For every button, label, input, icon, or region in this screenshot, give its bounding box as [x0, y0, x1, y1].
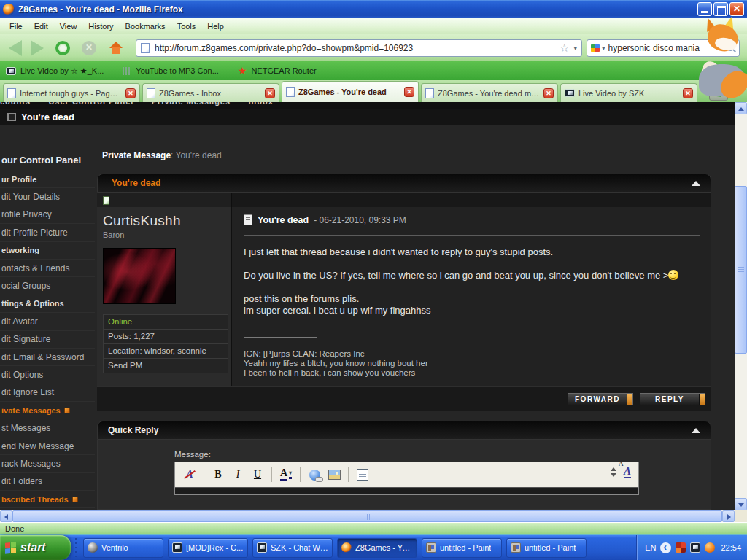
- restore-button[interactable]: [713, 2, 728, 16]
- forward-message-button[interactable]: FORWARD: [568, 393, 633, 405]
- tab-close-icon[interactable]: [265, 88, 275, 98]
- scroll-right-button[interactable]: [722, 510, 735, 522]
- tray-firefox-icon[interactable]: [705, 542, 715, 553]
- sidebar-item-track-messages[interactable]: rack Messages: [0, 455, 95, 472]
- sidebar-item-list-messages[interactable]: st Messages: [0, 419, 95, 437]
- bookmark-netgear[interactable]: ★ NETGEAR Router: [238, 66, 317, 76]
- sidebar-section-subscribed-threads: bscribed Threads: [0, 491, 95, 508]
- download-arrow-icon[interactable]: [709, 85, 728, 101]
- menu-edit[interactable]: Edit: [29, 20, 53, 32]
- search-magnifier-icon[interactable]: [727, 44, 734, 51]
- back-button[interactable]: [9, 40, 22, 56]
- underline-button[interactable]: U: [249, 466, 266, 483]
- sidebar-item-edit-profile-picture[interactable]: dit Profile Picture: [0, 224, 95, 241]
- quick-reply-body: Message: A B I U A▾: [97, 440, 711, 510]
- toolbar-separator: [271, 467, 272, 482]
- horizontal-scrollbar[interactable]: [0, 510, 735, 522]
- sidebar-item-edit-email-password[interactable]: dit Email & Password: [0, 349, 95, 366]
- author-username[interactable]: CurtisKushh: [103, 213, 228, 229]
- vertical-scroll-thumb[interactable]: [735, 186, 747, 354]
- sidebar-item-edit-your-details[interactable]: dit Your Details: [0, 188, 95, 206]
- tab-close-icon[interactable]: [404, 87, 414, 97]
- sidebar-item-edit-avatar[interactable]: dit Avatar: [0, 313, 95, 330]
- collapse-arrow-icon[interactable]: [692, 181, 700, 186]
- vertical-scrollbar[interactable]: [735, 102, 747, 510]
- tray-webcam-icon[interactable]: [690, 542, 700, 553]
- taskbar-button-szk-chat[interactable]: SZK - Chat Wi...: [252, 538, 333, 558]
- menu-help[interactable]: Help: [202, 20, 229, 32]
- sidebar-item-social-groups[interactable]: ocial Groups: [0, 277, 95, 295]
- sidebar-item-send-new-message[interactable]: end New Message: [0, 438, 95, 455]
- tab-internet-tough-guys[interactable]: Internet tough guys - Page ...: [3, 83, 140, 102]
- collapse-arrow-icon[interactable]: [692, 428, 700, 433]
- navigation-toolbar: http://forum.z8games.com/private.php?do=…: [0, 34, 747, 61]
- reload-button[interactable]: [55, 41, 70, 55]
- menu-view[interactable]: View: [55, 20, 82, 32]
- scroll-down-button[interactable]: [735, 498, 747, 510]
- scroll-left-button[interactable]: [0, 510, 12, 522]
- bold-button[interactable]: B: [209, 466, 227, 483]
- tab-close-icon[interactable]: [683, 88, 693, 98]
- bookmark-star-icon[interactable]: ☆: [560, 42, 569, 53]
- menu-tools[interactable]: Tools: [172, 20, 201, 32]
- tab-z8games-youre-dead[interactable]: Z8Games - You're dead: [282, 81, 419, 102]
- url-text[interactable]: http://forum.z8games.com/private.php?do=…: [155, 43, 557, 53]
- taskbar-button-ventrilo[interactable]: Ventrilo: [83, 538, 163, 558]
- italic-button[interactable]: I: [229, 466, 247, 483]
- message-title-row: You're dead - 06-21-2010, 09:33 PM: [244, 214, 700, 225]
- taskbar-button-paint-1[interactable]: untitled - Paint: [422, 538, 502, 558]
- taskbar-button-modrex[interactable]: [MOD]Rex - C...: [168, 538, 248, 558]
- reply-button[interactable]: REPLY: [640, 393, 705, 405]
- tab-close-icon[interactable]: [125, 88, 136, 98]
- send-pm-link[interactable]: Send PM: [103, 358, 228, 373]
- horizontal-scroll-thumb[interactable]: [12, 510, 722, 522]
- taskbar-divider: [73, 538, 79, 557]
- editor-resize-control[interactable]: [611, 467, 616, 477]
- remove-formatting-button[interactable]: A: [181, 466, 198, 483]
- menu-bookmarks[interactable]: Bookmarks: [120, 20, 171, 32]
- sidebar-item-edit-folders[interactable]: dit Folders: [0, 473, 95, 491]
- bookmark-youtube-mp3[interactable]: YouTube to MP3 Con...: [123, 66, 219, 75]
- scroll-up-button[interactable]: [735, 102, 747, 114]
- tray-messenger-icon[interactable]: [676, 542, 686, 553]
- sidebar-item-contacts-friends[interactable]: ontacts & Friends: [0, 260, 95, 277]
- editor-mode-toggle[interactable]: A: [624, 466, 631, 478]
- reply-textarea[interactable]: [175, 487, 638, 494]
- signature-line: IGN: [P]urps CLAN: Reapers Inc: [244, 349, 700, 359]
- stop-button[interactable]: [82, 41, 96, 55]
- menu-history[interactable]: History: [83, 20, 118, 32]
- sidebar-item-profile-privacy[interactable]: rofile Privacy: [0, 206, 95, 224]
- bookmark-live-video[interactable]: Live Video by ☆ ★_K...: [6, 66, 104, 76]
- insert-quote-button[interactable]: [354, 466, 371, 483]
- tray-chevron-icon[interactable]: [660, 542, 671, 553]
- search-box[interactable]: ▾ hypersonic disco mania: [587, 39, 740, 57]
- search-input[interactable]: hypersonic disco mania: [608, 43, 727, 53]
- insert-image-button[interactable]: [325, 466, 343, 483]
- tab-z8games-inbox[interactable]: Z8Games - Inbox: [142, 83, 279, 102]
- minimize-button[interactable]: [697, 2, 712, 16]
- tab-live-video-szk[interactable]: Live Video by SZK: [560, 83, 697, 102]
- sidebar-item-edit-ignore-list[interactable]: dit Ignore List: [0, 384, 95, 402]
- author-avatar[interactable]: [103, 248, 176, 304]
- start-button[interactable]: start: [0, 535, 71, 560]
- forward-button[interactable]: [31, 40, 44, 56]
- taskbar-button-paint-2[interactable]: untitled - Paint: [506, 538, 587, 558]
- menu-file[interactable]: File: [4, 20, 28, 32]
- color-dropdown-icon[interactable]: ▾: [289, 470, 292, 478]
- tab-z8games-youre-dead-man[interactable]: Z8Games - You're dead man: [421, 83, 558, 102]
- font-color-button[interactable]: A▾: [277, 466, 295, 483]
- url-dropdown-icon[interactable]: ▾: [573, 44, 577, 52]
- sidebar-item-edit-signature[interactable]: dit Signature: [0, 331, 95, 349]
- url-bar[interactable]: http://forum.z8games.com/private.php?do=…: [136, 39, 582, 57]
- search-engine-dropdown-icon[interactable]: ▾: [602, 44, 605, 52]
- google-search-icon[interactable]: [591, 44, 600, 52]
- insert-link-button[interactable]: [306, 466, 323, 483]
- close-button[interactable]: [729, 2, 744, 16]
- taskbar-button-z8games[interactable]: Z8Games - Yo...: [337, 538, 417, 558]
- page-title: You're dead: [21, 112, 74, 122]
- tab-close-icon[interactable]: [543, 88, 554, 98]
- home-button[interactable]: [108, 42, 124, 55]
- reply-editor[interactable]: A B I U A▾ A: [174, 462, 639, 495]
- language-indicator[interactable]: EN: [645, 543, 656, 552]
- sidebar-item-edit-options[interactable]: dit Options: [0, 366, 95, 384]
